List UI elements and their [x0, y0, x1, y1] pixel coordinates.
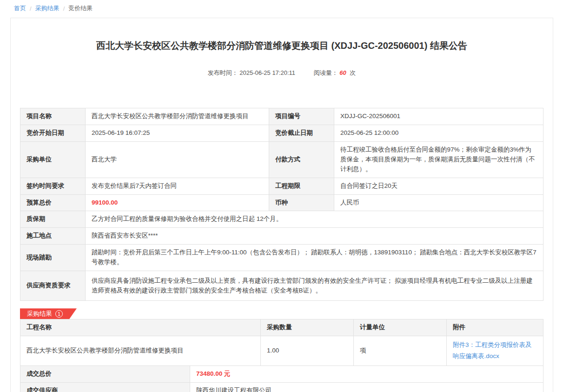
project-name-value: 西北大学长安校区公共教学楼部分消防管道维修更换项目	[86, 108, 269, 125]
budget-value: 99100.00	[86, 194, 269, 211]
award-total-row: 成交总价 73480.00 元	[20, 365, 543, 382]
views-label: 阅读量：	[314, 69, 338, 76]
views-unit: 次	[350, 69, 356, 76]
procurement-result-table: 工程名称 采购数量 计量单位 附件 西北大学长安校区公共教学楼部分消防管道维修更…	[20, 319, 543, 366]
location-value: 陕西省西安市长安区****	[86, 228, 543, 245]
project-info-table: 项目名称 西北大学长安校区公共教学楼部分消防管道维修更换项目 项目编号 XDJJ…	[20, 108, 543, 301]
award-table: 成交总价 73480.00 元 成交供应商 陕西华川建设工程有限公司	[20, 365, 543, 392]
result-data-row: 西北大学长安校区公共教学楼部分消防管道维修更换项目 1.00 项 附件3：工程类…	[20, 336, 543, 366]
currency-label: 币种	[269, 194, 334, 211]
project-name-label: 项目名称	[20, 108, 86, 125]
result-header-unit: 计量单位	[354, 319, 447, 336]
info-row-qualification: 供应商资质要求 供应商应具备消防设施工程专业承包二级及以上资质，具有建设行政主管…	[20, 271, 543, 301]
breadcrumb-separator: /	[30, 5, 32, 12]
publish-time-label: 发布时间：	[208, 69, 238, 76]
budget-label: 预算总价	[20, 194, 86, 211]
sign-time-value: 发布竞价结果后7天内签订合同	[86, 178, 269, 194]
info-row-warranty: 质保期 乙方对合同工程的质量保修期为验收合格并交付使用之日起 12个月。	[20, 211, 543, 228]
site-visit-label: 现场踏勘	[20, 245, 86, 271]
breadcrumb: 首页 / 采购结果 / 竞价结果	[0, 0, 563, 13]
result-attachment-cell: 附件3：工程类分项报价表及响应偏离表.docx	[447, 336, 543, 366]
views-count: 60	[339, 69, 346, 76]
payment-value: 待工程竣工验收合格后付至合同金额的97%；剩余审定金额的3%作为质保金，本项目质…	[334, 141, 543, 178]
award-supplier-value: 陕西华川建设工程有限公司	[190, 382, 543, 392]
award-supplier-row: 成交供应商 陕西华川建设工程有限公司	[20, 382, 543, 392]
info-row-purchaser-payment: 采购单位 西北大学 付款方式 待工程竣工验收合格后付至合同金额的97%；剩余审定…	[20, 141, 543, 178]
warranty-value: 乙方对合同工程的质量保修期为验收合格并交付使用之日起 12个月。	[86, 211, 543, 228]
publish-time-value: 2025-06-25 17:20:11	[239, 69, 295, 76]
procurement-result-badge: 采购结果 1	[20, 308, 77, 319]
info-row-sign-duration: 签约时间要求 发布竞价结果后7天内签订合同 工程期限 自合同签订之日20天	[20, 178, 543, 194]
qualification-label: 供应商资质要求	[20, 271, 86, 301]
result-unit: 项	[354, 336, 447, 366]
award-total-value: 73480.00 元	[190, 365, 543, 382]
purchaser-value: 西北大学	[86, 141, 269, 178]
procurement-result-count: 1	[55, 310, 63, 318]
info-row-project-name: 项目名称 西北大学长安校区公共教学楼部分消防管道维修更换项目 项目编号 XDJJ…	[20, 108, 543, 125]
breadcrumb-current-bidding-results: 竞价结果	[68, 4, 93, 13]
payment-label: 付款方式	[269, 141, 334, 178]
bid-start-label: 竞价开始日期	[20, 125, 86, 141]
info-row-location: 施工地点 陕西省西安市长安区****	[20, 228, 543, 245]
duration-value: 自合同签订之日20天	[334, 178, 543, 194]
project-code-label: 项目编号	[269, 108, 334, 125]
currency-value: 人民币	[334, 194, 543, 211]
info-row-site-visit: 现场踏勘 踏勘时间：竞价开启后第三个工作日上午上午9:00-11:00（包含公告…	[20, 245, 543, 271]
duration-label: 工程期限	[269, 178, 334, 194]
result-header-row: 工程名称 采购数量 计量单位 附件	[20, 319, 543, 336]
attachment-download-link[interactable]: 附件3：工程类分项报价表及响应偏离表.docx	[453, 341, 532, 359]
breadcrumb-separator: /	[63, 5, 65, 12]
page-title: 西北大学长安校区公共教学楼部分消防管道维修更换项目 (XDJJ-GC-20250…	[20, 18, 543, 52]
award-supplier-label: 成交供应商	[20, 382, 190, 392]
bid-start-value: 2025-06-19 16:07:25	[86, 125, 269, 141]
result-header-quantity: 采购数量	[261, 319, 354, 336]
bid-end-label: 竞价截止日期	[269, 125, 334, 141]
bid-end-value: 2025-06-25 12:00:00	[334, 125, 543, 141]
info-row-bid-dates: 竞价开始日期 2025-06-19 16:07:25 竞价截止日期 2025-0…	[20, 125, 543, 141]
result-header-project: 工程名称	[20, 319, 261, 336]
warranty-label: 质保期	[20, 211, 86, 228]
publish-meta: 发布时间： 2025-06-25 17:20:11 阅读量： 60 次	[20, 69, 543, 77]
location-label: 施工地点	[20, 228, 86, 245]
award-total-label: 成交总价	[20, 365, 190, 382]
sign-time-label: 签约时间要求	[20, 178, 86, 194]
info-row-budget-currency: 预算总价 99100.00 币种 人民币	[20, 194, 543, 211]
qualification-value: 供应商应具备消防设施工程专业承包二级及以上资质，具有建设行政主管部门颁发的有效的…	[86, 271, 543, 301]
result-project-name: 西北大学长安校区公共教学楼部分消防管道维修更换项目	[20, 336, 261, 366]
result-quantity: 1.00	[261, 336, 354, 366]
purchaser-label: 采购单位	[20, 141, 86, 178]
site-visit-value: 踏勘时间：竞价开启后第三个工作日上午上午9:00-11:00（包含公告发布日）；…	[86, 245, 543, 271]
project-code-value: XDJJ-GC-202506001	[334, 108, 543, 125]
procurement-result-badge-label: 采购结果	[27, 308, 52, 319]
announcement-card: 西北大学长安校区公共教学楼部分消防管道维修更换项目 (XDJJ-GC-20250…	[10, 18, 553, 392]
result-header-attachment: 附件	[447, 319, 543, 336]
breadcrumb-home-link[interactable]: 首页	[14, 4, 26, 13]
breadcrumb-procurement-results-link[interactable]: 采购结果	[35, 4, 60, 13]
